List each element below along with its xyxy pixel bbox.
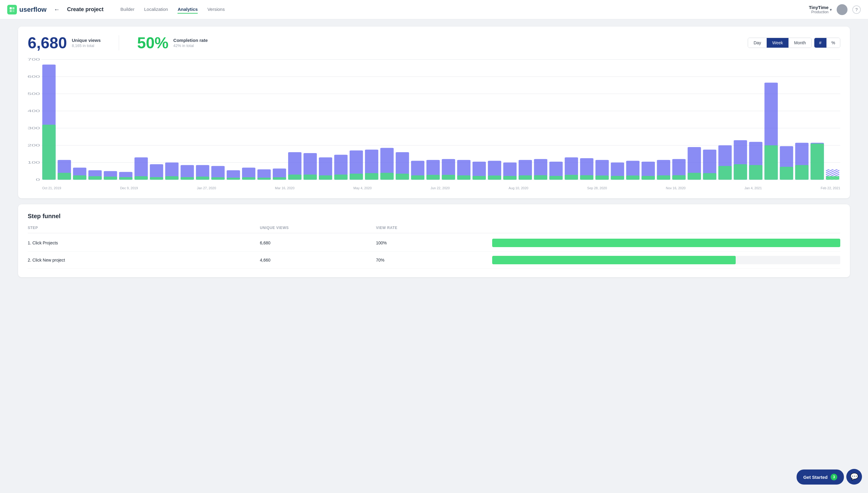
stat-divider <box>119 35 119 50</box>
svg-rect-39 <box>180 177 194 180</box>
get-started-label: Get Started <box>803 475 828 480</box>
bar-fill-1 <box>492 256 736 264</box>
svg-rect-21 <box>42 125 56 179</box>
format-btn-group: # % <box>814 38 840 48</box>
svg-rect-67 <box>396 174 409 179</box>
x-axis-labels: Oct 21, 2019 Dec 9, 2019 Jan 27, 2020 Ma… <box>28 186 840 190</box>
svg-text:400: 400 <box>28 109 40 113</box>
views-0: 6,680 <box>260 240 376 245</box>
x-label-5: Jun 22, 2020 <box>430 186 450 190</box>
col-rate: VIEW RATE <box>376 226 492 230</box>
svg-rect-27 <box>88 176 102 179</box>
svg-text:500: 500 <box>28 92 40 96</box>
percent-button[interactable]: % <box>827 38 840 48</box>
env-selector[interactable]: TinyTime Production ▾ <box>809 5 832 14</box>
svg-rect-71 <box>427 175 440 179</box>
chart-controls: Day Week Month # % <box>748 38 840 48</box>
time-btn-group: Day Week Month <box>748 38 811 48</box>
svg-rect-75 <box>457 175 471 179</box>
navbar: userflow ← Create project Builder Locali… <box>0 0 868 19</box>
week-button[interactable]: Week <box>767 38 789 48</box>
svg-rect-97 <box>626 176 639 180</box>
x-label-1: Dec 9, 2019 <box>120 186 138 190</box>
svg-rect-65 <box>381 173 394 179</box>
svg-rect-103 <box>672 175 686 179</box>
rate-0: 100% <box>376 240 492 245</box>
tab-analytics[interactable]: Analytics <box>177 5 198 14</box>
svg-rect-59 <box>334 174 347 179</box>
navbar-right: TinyTime Production ▾ ? <box>809 4 861 15</box>
svg-rect-25 <box>73 175 86 179</box>
svg-rect-2 <box>9 10 12 12</box>
get-started-button[interactable]: Get Started 3 <box>797 470 844 485</box>
completion-rate-number: 50% <box>137 35 169 51</box>
funnel-title: Step funnel <box>28 213 840 220</box>
unique-views-sub: 8,165 in total <box>72 43 101 48</box>
svg-rect-81 <box>503 176 517 180</box>
svg-rect-93 <box>595 176 609 180</box>
svg-text:600: 600 <box>28 75 40 79</box>
col-step: STEP <box>28 226 260 230</box>
svg-rect-113 <box>749 165 762 179</box>
bar-container-1 <box>492 256 840 264</box>
x-label-2: Jan 27, 2020 <box>197 186 216 190</box>
chevron-down-icon: ▾ <box>830 7 832 12</box>
env-text: TinyTime Production <box>809 5 828 14</box>
chat-icon: 💬 <box>850 473 859 481</box>
back-button[interactable]: ← <box>51 5 62 14</box>
x-label-10: Feb 22, 2021 <box>821 186 840 190</box>
svg-rect-119 <box>795 165 808 179</box>
svg-rect-69 <box>411 175 425 179</box>
svg-rect-73 <box>442 175 455 179</box>
svg-rect-33 <box>134 176 148 179</box>
svg-rect-89 <box>565 175 578 179</box>
bar-container-0 <box>492 239 840 247</box>
x-label-6: Aug 10, 2020 <box>508 186 528 190</box>
svg-text:100: 100 <box>28 160 40 165</box>
svg-rect-63 <box>365 173 378 180</box>
stats-row: 6,680 Unique views 8,165 in total 50% Co… <box>28 35 840 51</box>
svg-rect-105 <box>688 173 701 179</box>
tab-versions[interactable]: Versions <box>208 5 225 14</box>
svg-rect-109 <box>718 166 732 180</box>
avatar[interactable] <box>837 4 847 15</box>
svg-rect-77 <box>473 176 486 180</box>
svg-rect-55 <box>304 174 317 179</box>
svg-rect-41 <box>196 177 209 179</box>
unique-views-meta: Unique views 8,165 in total <box>72 38 101 48</box>
svg-rect-85 <box>534 175 547 179</box>
x-label-0: Oct 21, 2019 <box>42 186 61 190</box>
main-content: 6,680 Unique views 8,165 in total 50% Co… <box>0 19 868 291</box>
navbar-left: userflow ← Create project Builder Locali… <box>7 5 225 15</box>
bar-fill-0 <box>492 239 840 247</box>
logo-text: userflow <box>19 6 46 14</box>
svg-rect-37 <box>165 176 178 179</box>
svg-rect-95 <box>611 176 624 180</box>
svg-rect-49 <box>257 177 270 179</box>
svg-rect-1 <box>13 7 15 9</box>
svg-rect-91 <box>580 175 593 179</box>
month-button[interactable]: Month <box>789 38 811 48</box>
svg-rect-51 <box>273 177 286 179</box>
funnel-table: STEP UNIQUE VIEWS VIEW RATE 1. Click Pro… <box>28 226 840 269</box>
tab-localization[interactable]: Localization <box>144 5 168 14</box>
project-title: Create project <box>67 6 103 13</box>
tab-builder[interactable]: Builder <box>121 5 135 14</box>
completion-rate-label: Completion rate <box>173 38 208 43</box>
svg-rect-111 <box>734 164 747 179</box>
svg-rect-61 <box>350 174 363 179</box>
chat-button[interactable]: 💬 <box>846 469 862 485</box>
svg-rect-45 <box>226 177 240 179</box>
svg-text:200: 200 <box>28 144 40 147</box>
rate-1: 70% <box>376 258 492 262</box>
hash-button[interactable]: # <box>815 38 827 48</box>
funnel-row-1: 2. Click New project 4,660 70% <box>28 252 840 269</box>
help-button[interactable]: ? <box>852 5 861 14</box>
step-1: 2. Click New project <box>28 258 260 262</box>
step-0: 1. Click Projects <box>28 240 260 245</box>
svg-rect-3 <box>13 10 15 12</box>
svg-text:0: 0 <box>36 178 40 182</box>
svg-rect-117 <box>780 167 793 180</box>
day-button[interactable]: Day <box>748 38 767 48</box>
x-label-4: May 4, 2020 <box>353 186 372 190</box>
